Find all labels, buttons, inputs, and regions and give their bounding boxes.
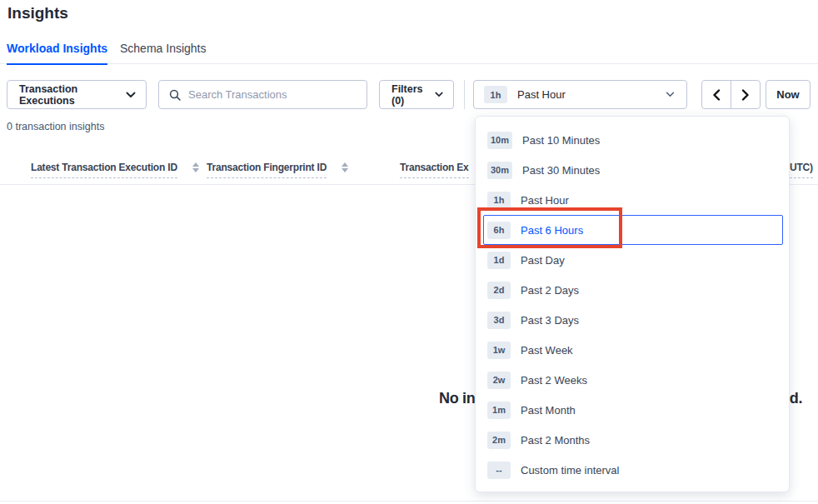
view-select-label: Transaction Executions [19,83,126,107]
menu-item-past-2-weeks[interactable]: 2w Past 2 Weeks [483,365,783,395]
search-input[interactable] [188,88,358,101]
time-badge: 1h [487,192,511,209]
time-badge: 1d [487,252,511,269]
menu-item-past-10-minutes[interactable]: 10m Past 10 Minutes [483,125,783,155]
page-title: Insights [7,4,68,22]
bottom-divider [0,501,818,502]
menu-item-label: Past 2 Months [521,434,590,447]
next-time-button[interactable] [731,81,760,108]
chevron-down-icon [666,92,675,97]
menu-item-label: Past Week [521,344,573,357]
time-range-badge: 1h [484,86,507,103]
menu-item-label: Past 2 Weeks [521,374,587,387]
column-header-label: UTC) [790,162,813,178]
time-nav-group [701,80,761,109]
time-badge: -- [487,462,511,479]
menu-item-past-day[interactable]: 1d Past Day [483,245,783,275]
column-header-label: Latest Transaction Execution ID [31,162,177,178]
menu-item-label: Past Hour [521,194,569,207]
column-header-transaction-fingerprint-id[interactable]: Transaction Fingerprint ID [207,162,348,178]
time-badge: 2m [487,432,511,449]
menu-item-label: Past 3 Days [521,314,579,327]
search-icon [169,89,181,101]
menu-item-past-2-months[interactable]: 2m Past 2 Months [483,425,783,455]
chevron-left-icon [712,89,721,101]
chevron-right-icon [741,89,750,101]
menu-item-past-month[interactable]: 1m Past Month [483,395,783,425]
sort-icon[interactable] [192,162,199,172]
sort-icon[interactable] [342,162,348,172]
menu-item-past-30-minutes[interactable]: 30m Past 30 Minutes [483,155,783,185]
chevron-down-icon [126,92,136,98]
column-header-label: Transaction Fingerprint ID [207,162,327,178]
menu-item-label: Past 30 Minutes [522,164,600,177]
tab-workload-insights[interactable]: Workload Insights [7,42,107,64]
tab-bar: Workload Insights Schema Insights [0,39,818,64]
menu-item-label: Past Day [521,254,565,267]
time-badge: 30m [487,162,512,179]
previous-time-button[interactable] [702,81,731,108]
time-range-label: Past Hour [517,88,666,101]
menu-item-past-3-days[interactable]: 3d Past 3 Days [483,305,783,335]
menu-item-past-hour[interactable]: 1h Past Hour [483,185,783,215]
menu-item-label: Past 6 Hours [521,224,583,237]
tab-schema-insights[interactable]: Schema Insights [120,42,207,64]
filters-dropdown[interactable]: Filters (0) [379,80,454,109]
column-header-label: Transaction Ex [400,162,469,178]
menu-item-past-6-hours[interactable]: 6h Past 6 Hours [483,215,783,245]
column-header-latest-transaction-execution-id[interactable]: Latest Transaction Execution ID [31,162,199,178]
menu-item-past-week[interactable]: 1w Past Week [483,335,783,365]
filters-label: Filters (0) [392,83,435,107]
insights-page: Insights Workload Insights Schema Insigh… [0,0,818,504]
column-header-start-time-utc[interactable]: UTC) [790,162,813,178]
now-button-label: Now [776,88,799,101]
menu-item-label: Past 10 Minutes [522,134,600,147]
column-header-transaction-execution[interactable]: Transaction Ex [400,162,469,178]
menu-item-past-2-days[interactable]: 2d Past 2 Days [483,275,783,305]
menu-item-label: Past Month [521,404,576,417]
chevron-down-icon [435,92,443,97]
time-range-picker[interactable]: 1h Past Hour [473,80,687,109]
time-badge: 2d [487,282,511,299]
menu-item-label: Custom time interval [521,464,619,477]
time-badge: 10m [487,132,512,149]
search-box[interactable] [158,80,367,109]
time-badge: 2w [487,372,511,389]
menu-item-custom-time-interval[interactable]: -- Custom time interval [483,455,783,485]
view-select-dropdown[interactable]: Transaction Executions [7,80,147,109]
now-button[interactable]: Now [766,80,811,109]
toolbar-divider [464,80,465,109]
time-badge: 6h [487,222,511,239]
menu-item-label: Past 2 Days [521,284,579,297]
insights-count-summary: 0 transaction insights [7,121,104,132]
time-badge: 3d [487,312,511,329]
time-badge: 1m [487,402,511,419]
time-badge: 1w [487,342,511,359]
time-range-dropdown-menu: 10m Past 10 Minutes 30m Past 30 Minutes … [475,116,790,492]
